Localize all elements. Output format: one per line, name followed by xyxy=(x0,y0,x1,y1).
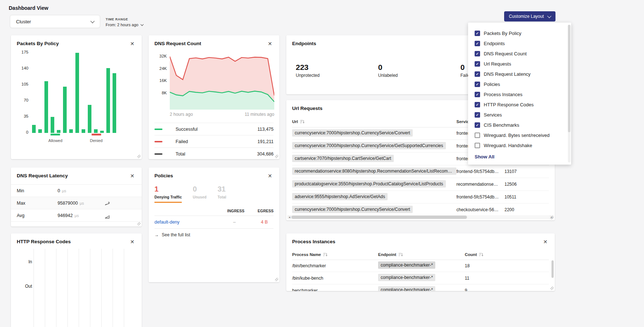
url-cell: productcatalogservice:3550/hipstershop.P… xyxy=(292,180,456,189)
scrollbar-thumb[interactable] xyxy=(291,216,467,219)
y-tick-label: 32K xyxy=(160,54,167,58)
menu-item[interactable]: ✓Policies xyxy=(468,79,571,89)
checkbox-icon[interactable]: ✓ xyxy=(475,82,480,87)
menu-item[interactable]: ✓CIS Benchmarks xyxy=(468,120,571,130)
menu-scrollbar[interactable] xyxy=(568,25,570,162)
menu-item[interactable]: ✓Endpoints xyxy=(468,38,571,48)
card-http-response-codes: HTTP Response Codes ✕ In Out xyxy=(11,233,142,327)
checkbox-icon[interactable]: ✓ xyxy=(475,51,480,56)
table-row[interactable]: recommendationservice:8080/hipstershop.R… xyxy=(292,165,549,178)
table-row[interactable]: default-deny–4 B xyxy=(154,216,274,229)
resize-handle[interactable] xyxy=(550,287,554,290)
show-all-link[interactable]: Show All xyxy=(468,150,571,160)
column-header[interactable]: Url xyxy=(292,119,456,124)
resize-handle[interactable] xyxy=(275,278,278,281)
scroll-left-icon[interactable]: ◂ xyxy=(287,215,291,219)
http-row-label-in: In xyxy=(17,259,32,264)
menu-item[interactable]: ✓Services xyxy=(468,110,571,120)
count-cell: 2200 xyxy=(504,207,549,212)
policy-stat[interactable]: 1Denying Traffic xyxy=(154,185,182,203)
url-cell: recommendationservice:8080/hipstershop.R… xyxy=(292,168,456,176)
stat-value: 31 xyxy=(217,185,226,193)
resize-handle[interactable] xyxy=(137,155,141,158)
checkbox-icon[interactable]: ✓ xyxy=(475,41,480,46)
bar xyxy=(51,117,54,133)
checkbox-icon[interactable]: ✓ xyxy=(475,61,480,67)
menu-item[interactable]: ✓Packets By Policy xyxy=(468,28,571,38)
url-chip: productcatalogservice:3550/hipstershop.P… xyxy=(292,180,446,188)
sort-icon[interactable] xyxy=(398,253,403,256)
dns-area-plot xyxy=(170,51,274,110)
see-full-list-link[interactable]: → See the full list xyxy=(154,232,190,237)
checkbox-icon[interactable]: ✓ xyxy=(475,102,480,107)
legend-value: 113,475 xyxy=(258,127,274,132)
menu-item[interactable]: ✓HTTP Response Codes xyxy=(468,99,571,110)
policy-stat[interactable]: 31Total xyxy=(217,185,226,199)
menu-item[interactable]: ✓Process Instances xyxy=(468,89,571,99)
sparkline-chart xyxy=(104,200,136,207)
policy-stat[interactable]: 0Unused xyxy=(193,185,207,199)
sort-icon[interactable] xyxy=(300,120,305,123)
policy-name-link[interactable]: default-deny xyxy=(154,220,215,225)
latency-row: Avg946942μs xyxy=(11,209,142,222)
menu-item[interactable]: ✓Url Requests xyxy=(468,59,571,69)
checkbox-icon[interactable] xyxy=(475,133,480,138)
table-row[interactable]: adservice:9555/hipstershop.AdService/Get… xyxy=(292,191,549,204)
close-icon[interactable]: ✕ xyxy=(543,239,547,244)
close-icon[interactable]: ✕ xyxy=(130,41,134,46)
sort-icon[interactable] xyxy=(323,253,327,256)
close-icon[interactable]: ✕ xyxy=(268,173,272,178)
close-icon[interactable]: ✕ xyxy=(130,239,134,244)
policies-table-head: INGRESSEGRESS xyxy=(154,206,274,216)
time-range[interactable]: TIME RANGE From: 2 hours ago xyxy=(106,17,143,27)
menu-item[interactable]: Wireguard. Handshake xyxy=(468,140,571,150)
table-row[interactable]: /bin/benchmarkercompliance-benchmarker-*… xyxy=(292,260,549,272)
vertical-scrollbar[interactable] xyxy=(551,260,554,289)
menu-item-label: Packets By Policy xyxy=(484,31,521,36)
time-range-value[interactable]: From: 2 hours ago xyxy=(106,23,138,27)
count-cell: 11 xyxy=(465,276,549,281)
menu-item[interactable]: ✓DNS Request Count xyxy=(468,48,571,59)
checkbox-icon[interactable]: ✓ xyxy=(475,92,480,97)
horizontal-scrollbar[interactable]: ◂ ▸ xyxy=(287,215,554,219)
table-row[interactable]: productcatalogservice:3550/hipstershop.P… xyxy=(292,178,549,191)
checkbox-icon[interactable] xyxy=(475,143,480,148)
column-header[interactable]: Process Name xyxy=(292,252,378,257)
checkbox-icon[interactable]: ✓ xyxy=(475,31,480,36)
x-axis-label: Allowed xyxy=(48,138,63,143)
sort-icon[interactable] xyxy=(479,253,483,256)
column-header[interactable]: Count xyxy=(465,252,549,257)
menu-item[interactable]: Wireguard. Bytes sent/received xyxy=(468,130,571,140)
scrollbar-track[interactable] xyxy=(291,215,550,219)
checkbox-icon[interactable]: ✓ xyxy=(475,112,480,118)
customize-menu-list: ✓Packets By Policy✓Endpoints✓DNS Request… xyxy=(468,28,571,150)
table-row[interactable]: benchmarkercompliance-benchmarker-*9 xyxy=(292,284,549,291)
view-selector[interactable]: Cluster xyxy=(10,15,100,28)
resize-handle[interactable] xyxy=(550,216,554,219)
count-cell: 18 xyxy=(465,263,549,268)
bar xyxy=(32,125,36,133)
bar xyxy=(88,105,91,133)
close-icon[interactable]: ✕ xyxy=(130,173,134,178)
count-cell: 10511 xyxy=(504,194,549,200)
axis-tick xyxy=(91,134,101,135)
customize-layout-button[interactable]: Customize Layout xyxy=(504,11,555,21)
legend-row: Failed191,211 xyxy=(154,135,274,147)
url-cell: currencyservice:7000/hipstershop.Currenc… xyxy=(292,142,456,150)
close-icon[interactable]: ✕ xyxy=(268,41,272,46)
column-header[interactable]: Endpoint xyxy=(378,252,465,257)
checkbox-icon[interactable]: ✓ xyxy=(475,122,480,128)
card-title: Policies xyxy=(154,173,173,178)
menu-item[interactable]: ✓DNS Request Latency xyxy=(468,69,571,79)
stat-value: 223 xyxy=(296,63,378,72)
time-range-label: TIME RANGE xyxy=(106,17,143,21)
x-axis-label: 2 hours ago xyxy=(170,112,193,117)
column-header-label: Url xyxy=(292,119,298,124)
table-row[interactable]: currencyservice:7000/hipstershop.Currenc… xyxy=(292,204,549,216)
resize-handle[interactable] xyxy=(137,222,141,225)
checkbox-icon[interactable]: ✓ xyxy=(475,71,480,77)
url-chip: currencyservice:7000/hipstershop.Currenc… xyxy=(292,142,446,149)
bar xyxy=(69,129,73,133)
table-row[interactable]: /bin/kube-benchcompliance-benchmarker-*1… xyxy=(292,272,549,284)
resize-handle[interactable] xyxy=(275,155,278,158)
